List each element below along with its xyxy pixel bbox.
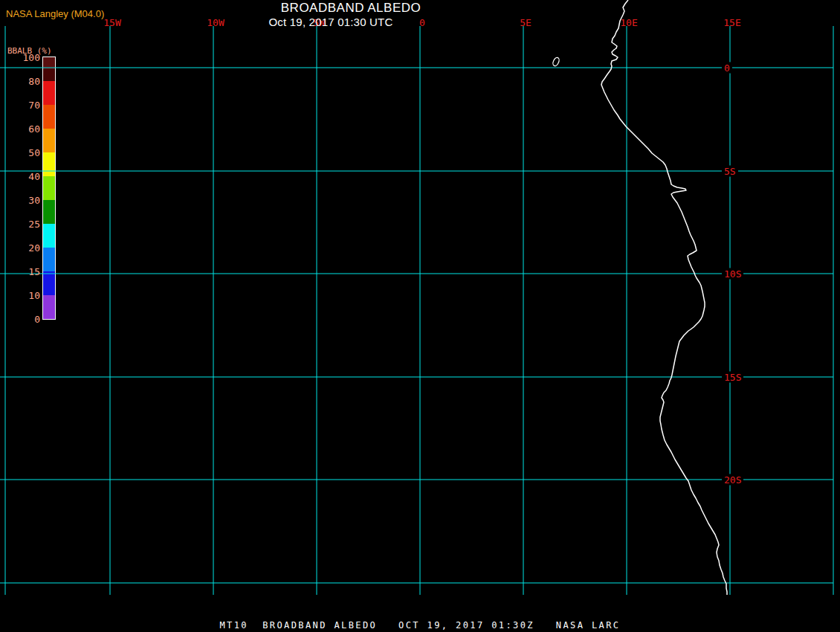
colorbar-tick-10: 10 xyxy=(10,290,40,301)
albedo-map-screen: NASA Langley (M04.0) BROADBAND ALBEDO Oc… xyxy=(0,0,840,632)
coastline-africa-west xyxy=(601,0,727,595)
lon-label-10E: 10E xyxy=(620,17,637,28)
colorbar-tick-50: 50 xyxy=(10,147,40,158)
lon-label-10W: 10W xyxy=(207,17,224,28)
timestamp: Oct 19, 2017 01:30 UTC xyxy=(269,16,393,28)
page-title: BROADBAND ALBEDO xyxy=(281,1,421,16)
colorbar-title: BBALB (%) xyxy=(7,46,52,56)
lon-label-15E: 15E xyxy=(723,17,740,28)
colorbar-tick-15: 15 xyxy=(10,266,40,277)
lat-label-20S: 20S xyxy=(722,474,743,486)
colorbar-tick-60: 60 xyxy=(10,123,40,135)
lat-label-15S: 15S xyxy=(722,372,743,383)
colorbar-tick-0: 0 xyxy=(10,314,40,325)
colorbar-tick-70: 70 xyxy=(10,100,40,111)
lat-label-5S: 5S xyxy=(722,166,738,177)
colorbar-tick-25: 25 xyxy=(10,219,40,230)
colorbar-tick-40: 40 xyxy=(10,171,40,182)
colorbar-tick-80: 80 xyxy=(10,76,40,87)
map-canvas xyxy=(0,0,840,632)
lon-label-15W: 15W xyxy=(103,17,120,28)
colorbar-tick-20: 20 xyxy=(10,242,40,254)
lon-label-5E: 5E xyxy=(520,17,532,28)
lon-label-0: 0 xyxy=(419,17,425,28)
lat-label-10S: 10S xyxy=(722,268,743,280)
colorbar-tick-30: 30 xyxy=(10,195,40,206)
lat-label-0: 0 xyxy=(722,62,732,74)
island-outline xyxy=(552,57,560,67)
source-label: NASA Langley (M04.0) xyxy=(6,8,104,19)
footer-caption: MT10 BROADBAND ALBEDO OCT 19, 2017 01:30… xyxy=(0,620,840,631)
